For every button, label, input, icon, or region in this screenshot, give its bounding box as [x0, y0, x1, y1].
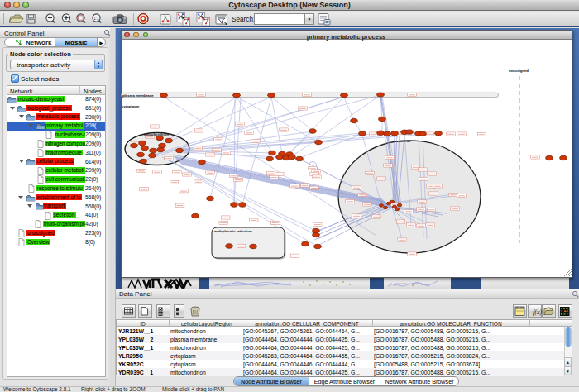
- svg-text:1:1: 1:1: [93, 17, 99, 21]
- svg-text:endoplasmic reticulum: endoplasmic reticulum: [214, 229, 252, 233]
- svg-text:unassigned: unassigned: [509, 69, 529, 73]
- svg-text:f(x): f(x): [533, 308, 542, 316]
- svg-text:cytoplasm: cytoplasm: [122, 104, 139, 108]
- svg-text:mitochondrion: mitochondrion: [144, 132, 169, 136]
- svg-text:plasma membrane: plasma membrane: [122, 93, 154, 98]
- svg-text:nucleus: nucleus: [397, 139, 411, 143]
- svg-text:Search:: Search:: [232, 16, 255, 23]
